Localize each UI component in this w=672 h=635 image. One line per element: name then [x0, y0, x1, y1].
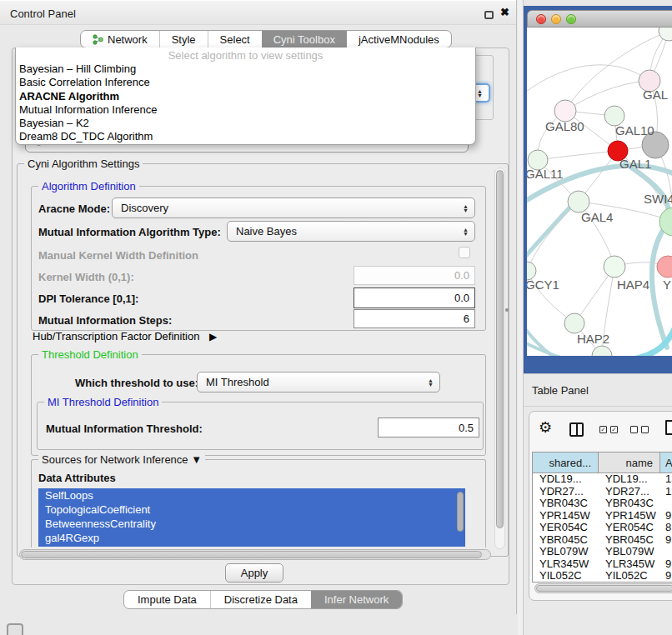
apply-button[interactable]: Apply — [225, 563, 283, 582]
scrollbar-thumb[interactable] — [496, 170, 504, 528]
settings-vertical-scrollbar[interactable] — [494, 168, 505, 549]
table-row[interactable]: YIL052CYIL052C9 — [533, 570, 672, 582]
checked-checkbox-icon[interactable]: ✓ — [599, 426, 607, 433]
zoom-traffic-light[interactable] — [566, 14, 576, 24]
algorithm-option[interactable]: Dream8 DC_TDC Algorithm — [16, 130, 475, 143]
network-node-hap2[interactable] — [564, 313, 584, 333]
table-cell: YDR27... — [599, 486, 660, 498]
column-header[interactable]: shared... — [533, 452, 599, 472]
spinner-icon: ▲▼ — [463, 228, 469, 236]
algorithm-option[interactable]: ARACNE Algorithm — [16, 90, 475, 103]
sources-group-title[interactable]: Sources for Network Inference ▼ — [38, 453, 205, 466]
table-cell: YIL052C — [599, 570, 660, 582]
document-icon[interactable] — [665, 420, 672, 435]
tab-select[interactable]: Select — [208, 31, 262, 48]
table-cell: YBR043C — [599, 498, 660, 510]
divider — [524, 406, 672, 407]
mi-algorithm-type-label: Mutual Information Algorithm Type: — [38, 226, 221, 238]
table-cell: 12 — [660, 486, 672, 498]
data-attribute-item[interactable]: SelfLoops — [38, 488, 465, 502]
table-cell: 9. — [660, 558, 672, 571]
algorithm-definition-group: Algorithm Definition Aracne Mode: Discov… — [31, 186, 486, 331]
tab-cyni-toolbox[interactable]: Cyni Toolbox — [262, 31, 347, 48]
unchecked-checkbox-icon[interactable] — [630, 426, 638, 433]
table-row[interactable]: YPR145WYPR145W9. — [533, 510, 672, 522]
table-row[interactable]: YBR045CYBR045C9. — [533, 534, 672, 547]
sources-for-network-inference-group: Sources for Network Inference ▼ Data Att… — [31, 459, 486, 548]
network-canvas[interactable]: GALGAL80GAL10GAL1GAL11SWI4GAL4GCY1HAP4YH… — [527, 28, 672, 356]
data-attribute-item[interactable]: TopologicalCoefficient — [38, 502, 465, 517]
list-scrollbar-thumb[interactable] — [457, 492, 464, 532]
network-node-hap4[interactable] — [604, 256, 625, 278]
table-cell: YER054C — [599, 522, 660, 534]
mi-algorithm-type-combobox[interactable]: Naive Bayes ▲▼ — [227, 221, 475, 242]
unchecked-checkbox-icon[interactable] — [641, 426, 649, 433]
scrollbar-thumb[interactable] — [21, 551, 482, 558]
algorithm-option[interactable]: Basic Correlation Inference — [16, 76, 475, 89]
node-label: HAP2 — [577, 332, 609, 346]
table-cell: 8. — [660, 522, 672, 534]
scrollbar-thumb[interactable] — [536, 585, 672, 592]
expanded-arrow-icon[interactable]: ▼ — [191, 453, 202, 466]
table-row[interactable]: YDL19...YDL19...13 — [533, 473, 672, 486]
tab-discretize-data[interactable]: Discretize Data — [210, 591, 311, 608]
panel-resize-handle[interactable] — [505, 308, 509, 312]
dpi-tolerance-field[interactable]: 0.0 — [354, 288, 475, 308]
table-header-row: shared...nameA — [533, 452, 672, 473]
node-label: Y — [663, 278, 671, 292]
checked-checkbox-icon[interactable]: ✓ — [610, 426, 618, 433]
tab-network[interactable]: Network — [81, 31, 159, 48]
table-row[interactable]: YDR27...YDR27...12 — [533, 486, 672, 498]
data-attributes-list[interactable]: SelfLoopsTopologicalCoefficientBetweenne… — [38, 488, 465, 547]
float-window-icon[interactable] — [484, 11, 494, 19]
table-cell: YDL19... — [533, 473, 599, 486]
table-horizontal-scrollbar[interactable] — [534, 583, 672, 593]
table-cell: YBR043C — [533, 498, 599, 510]
minimized-panel-icon[interactable] — [7, 623, 23, 635]
minimize-traffic-light[interactable] — [551, 14, 561, 24]
data-attributes-label: Data Attributes — [38, 472, 116, 484]
table-cell: 9 — [660, 570, 672, 582]
algorithm-option[interactable]: Bayesian – Hill Climbing — [16, 62, 475, 76]
cyni-algorithm-settings-group: Cyni Algorithm Settings Algorithm Defini… — [17, 163, 509, 557]
hub-transcription-factor-section[interactable]: Hub/Transcription Factor Definition ▶ — [33, 330, 217, 342]
close-icon[interactable]: ✖ — [500, 6, 509, 18]
screen: Control Panel ✖ Network Style Select Cyn… — [0, 0, 672, 635]
gear-icon[interactable]: ⚙ — [539, 418, 552, 437]
data-attribute-item[interactable]: gal4RGexp — [38, 531, 465, 545]
table-row[interactable]: YBR043CYBR043C — [533, 498, 672, 510]
data-attribute-item[interactable]: BetweennessCentrality — [38, 517, 465, 531]
network-window-titlebar[interactable] — [527, 10, 672, 28]
mi-steps-field[interactable]: 6 — [354, 309, 475, 328]
tab-impute-data[interactable]: Impute Data — [124, 591, 210, 608]
network-node-y[interactable] — [657, 256, 672, 278]
manual-kernel-width-checkbox[interactable] — [459, 247, 470, 258]
kernel-width-field[interactable]: 0.0 — [354, 266, 475, 285]
table-panel-title: Table Panel — [532, 384, 589, 397]
desktop-top-strip — [524, 0, 672, 6]
algorithm-option[interactable]: Bayesian – K2 — [16, 117, 475, 130]
which-threshold-combobox[interactable]: MI Threshold ▲▼ — [197, 372, 440, 392]
columns-icon[interactable] — [569, 422, 584, 437]
table-row[interactable]: YLR345WYLR345W9. — [533, 558, 672, 571]
node-label: GAL — [643, 88, 668, 102]
tab-jactivemnodules[interactable]: jActiveMNodules — [347, 31, 451, 48]
column-header[interactable]: name — [599, 452, 660, 472]
algorithm-option[interactable]: Mutual Information Inference — [16, 103, 475, 117]
column-header[interactable]: A — [660, 452, 672, 472]
collapsed-arrow-icon[interactable]: ▶ — [209, 331, 217, 342]
close-traffic-light[interactable] — [536, 14, 546, 24]
panel-splitter[interactable] — [518, 0, 524, 635]
node-label: GCY1 — [527, 278, 559, 292]
table-row[interactable]: YER054CYER054C8. — [533, 522, 672, 534]
network-node[interactable] — [659, 28, 672, 41]
tab-style[interactable]: Style — [159, 31, 208, 48]
tab-infer-network[interactable]: Infer Network — [311, 591, 402, 608]
aracne-mode-combobox[interactable]: Discovery ▲▼ — [112, 198, 475, 218]
mi-threshold-field[interactable]: 0.5 — [378, 418, 479, 438]
table-cell — [660, 546, 672, 558]
table-row[interactable]: YBL079WYBL079W — [533, 546, 672, 558]
aracne-mode-label: Aracne Mode: — [38, 202, 110, 215]
settings-horizontal-scrollbar[interactable] — [19, 549, 491, 560]
table-panel: Table Panel ⚙ ✓ ✓ shared...nameA YDL19..… — [524, 373, 672, 635]
